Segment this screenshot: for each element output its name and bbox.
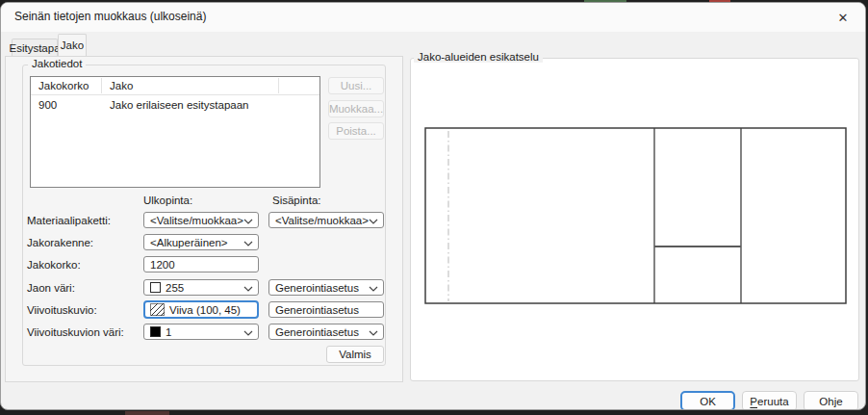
viivoituskuvion-vari-label: Viivoituskuvion väri: xyxy=(27,326,124,338)
viivoituskuvion-vari-select[interactable]: 1 xyxy=(143,324,259,340)
tab-jako[interactable]: Jako xyxy=(58,34,87,56)
select-value: <Alkuperäinen> xyxy=(150,237,228,248)
select-value: <Valitse/muokkaa> xyxy=(150,215,243,226)
select-value: <Valitse/muokkaa> xyxy=(275,215,369,226)
button-label: Valmis xyxy=(339,349,371,360)
field-value: Generointiasetus xyxy=(275,304,359,316)
button-label: OK xyxy=(700,396,716,407)
jakorakenne-label: Jakorakenne: xyxy=(27,237,93,248)
button-label: Poista... xyxy=(336,125,376,137)
chevron-down-icon xyxy=(369,330,378,336)
select-value: Generointiasetus xyxy=(275,326,359,338)
button-label-mnemonic: P xyxy=(750,396,757,407)
materiaalipaketti-sisa-select[interactable]: <Valitse/muokkaa> xyxy=(268,212,384,228)
jako-list[interactable]: Jakokorko Jako 900 Jako erilaiseen esity… xyxy=(30,76,320,188)
chevron-down-icon xyxy=(369,219,378,224)
chevron-down-icon xyxy=(243,241,253,246)
materiaalipaketti-label: Materiaalipaketti: xyxy=(27,215,111,226)
cell-jakokorko: 900 xyxy=(38,99,57,111)
ulkopinta-header: Ulkopinta: xyxy=(143,195,192,206)
jakokorko-input[interactable]: 1200 xyxy=(143,256,259,272)
ok-button[interactable]: OK xyxy=(680,391,735,410)
peruuta-button[interactable]: Peruuta xyxy=(742,391,797,410)
select-value: Generointiasetus xyxy=(275,282,359,294)
chevron-down-icon xyxy=(243,219,253,224)
chevron-down-icon xyxy=(243,330,253,336)
tab-label: Esitystapa xyxy=(9,42,60,54)
color-swatch-white xyxy=(150,282,161,293)
chevron-down-icon xyxy=(243,286,253,292)
select-value: 255 xyxy=(166,282,184,294)
column-header-jako[interactable]: Jako xyxy=(110,80,133,91)
close-icon: ✕ xyxy=(838,11,849,25)
viivoituskuvion-vari-generointi-select[interactable]: Generointiasetus xyxy=(268,324,384,340)
titlebar: Seinän tietojen muokkaus (ulkoseinä) ✕ xyxy=(1,3,865,32)
color-swatch-black xyxy=(150,326,161,337)
jaon-vari-select[interactable]: 255 xyxy=(143,279,259,296)
jaon-vari-label: Jaon väri: xyxy=(27,282,75,294)
jakorakenne-select[interactable]: <Alkuperäinen> xyxy=(143,234,259,250)
close-button[interactable]: ✕ xyxy=(829,6,857,29)
chevron-down-icon xyxy=(369,286,378,292)
dialog-title: Seinän tietojen muokkaus (ulkoseinä) xyxy=(14,10,206,23)
button-label: eruuta xyxy=(757,396,789,407)
wall-edit-dialog: Seinän tietojen muokkaus (ulkoseinä) ✕ E… xyxy=(0,2,866,410)
jako-list-header: Jakokorko Jako xyxy=(31,77,319,95)
button-label: Uusi... xyxy=(341,80,372,91)
muokkaa-button[interactable]: Muokkaa... xyxy=(328,100,384,117)
uusi-button[interactable]: Uusi... xyxy=(328,77,384,94)
valmis-button[interactable]: Valmis xyxy=(326,346,384,363)
viivoituskuvio-field[interactable]: Viiva (100, 45) xyxy=(143,300,259,319)
tab-esitystapa[interactable]: Esitystapa xyxy=(12,39,58,56)
hatch-pattern-icon xyxy=(150,303,165,316)
input-value: 1200 xyxy=(150,259,175,271)
jakotiedot-group-label: Jakotiedot xyxy=(28,58,86,69)
jaon-vari-generointi-select[interactable]: Generointiasetus xyxy=(268,279,384,296)
column-header-jakokorko[interactable]: Jakokorko xyxy=(38,80,89,91)
jakokorko-label: Jakokorko: xyxy=(27,259,81,271)
button-label: Muokkaa... xyxy=(329,103,383,115)
poista-button[interactable]: Poista... xyxy=(328,122,384,140)
ohje-button[interactable]: Ohje xyxy=(804,391,858,410)
viivoituskuvio-generointi-field[interactable]: Generointiasetus xyxy=(268,301,384,318)
cell-jako: Jako erilaiseen esitystapaan xyxy=(110,99,248,111)
select-value: 1 xyxy=(166,326,171,338)
viivoituskuvio-label: Viivoituskuvio: xyxy=(27,304,97,316)
field-value: Viiva (100, 45) xyxy=(169,304,241,316)
background-app-fragment xyxy=(125,411,169,415)
tab-label: Jako xyxy=(61,39,84,51)
wall-division-preview-drawing xyxy=(410,58,859,381)
materiaalipaketti-ulko-select[interactable]: <Valitse/muokkaa> xyxy=(143,212,259,228)
column-separator[interactable] xyxy=(101,78,102,93)
column-separator[interactable] xyxy=(278,78,279,93)
sisapinta-header: Sisäpinta: xyxy=(272,195,321,206)
button-label: Ohje xyxy=(819,396,842,407)
